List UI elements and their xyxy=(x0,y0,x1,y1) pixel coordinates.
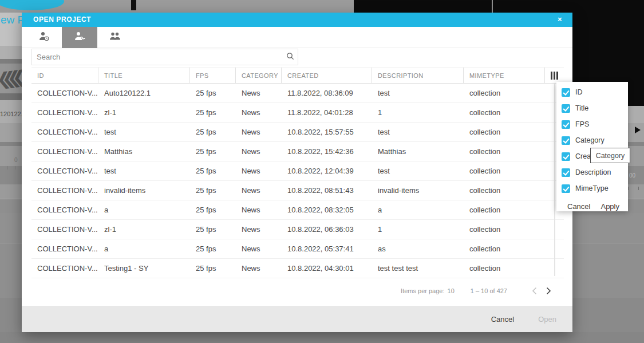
cell-description: test test test xyxy=(372,259,464,278)
column-chooser-items: IDTitleFPSCategoryCreatedDescriptionMime… xyxy=(556,84,628,196)
bg-ruler-tick xyxy=(7,166,8,169)
paginator-range: 1 – 10 of 427 xyxy=(471,287,507,294)
cell-id: COLLECTION-V... xyxy=(31,142,98,161)
column-menu-item-id[interactable]: ID xyxy=(556,84,628,100)
bg-bottom-strip xyxy=(0,332,644,343)
table-row[interactable]: COLLECTION-V...zl-125 fpsNews10.8.2022, … xyxy=(31,220,564,239)
cell-fps: 25 fps xyxy=(190,181,236,200)
bg-timecode: 00 xyxy=(629,172,635,179)
cell-created: 11.8.2022, 08:36:09 xyxy=(282,84,372,102)
cell-mimetype: collection xyxy=(464,142,545,161)
column-header-fps[interactable]: FPS xyxy=(190,68,236,83)
cell-category: News xyxy=(236,161,282,180)
close-icon[interactable]: × xyxy=(554,13,566,27)
bg-program-monitor xyxy=(354,0,644,13)
cell-category: News xyxy=(236,123,282,141)
people-icon xyxy=(109,31,121,44)
cell-mimetype: collection xyxy=(464,200,545,219)
table-row[interactable]: COLLECTION-V...test25 fpsNews10.8.2022, … xyxy=(31,161,564,181)
cell-fps: 25 fps xyxy=(190,161,236,180)
cell-id: COLLECTION-V... xyxy=(31,220,98,239)
column-header-created[interactable]: CREATED xyxy=(282,68,372,83)
cell-mimetype: collection xyxy=(464,84,545,102)
cell-mimetype: collection xyxy=(464,220,545,239)
checkbox-checked-icon[interactable] xyxy=(562,104,570,113)
checkbox-checked-icon[interactable] xyxy=(562,152,570,161)
column-menu-item-label: Description xyxy=(575,168,611,176)
column-menu-item-label: Title xyxy=(575,104,588,112)
checkbox-checked-icon[interactable] xyxy=(562,168,570,177)
picker-bar xyxy=(554,72,555,80)
previous-page-icon[interactable] xyxy=(528,284,542,298)
cell-created: 10.8.2022, 12:04:39 xyxy=(282,161,372,180)
column-header-category[interactable]: CATEGORY xyxy=(236,68,282,83)
column-menu-cancel-button[interactable]: Cancel xyxy=(567,202,590,211)
dialog-title: OPEN PROJECT xyxy=(33,15,91,23)
column-menu-item-label: MimeType xyxy=(575,184,609,192)
cancel-button[interactable]: Cancel xyxy=(491,315,514,324)
person-clock-icon xyxy=(38,31,50,44)
column-menu-item-title[interactable]: Title xyxy=(556,100,628,116)
cell-title: test xyxy=(98,161,190,180)
cell-title: zl-1 xyxy=(98,103,190,122)
column-menu-apply-button[interactable]: Apply xyxy=(600,202,619,211)
cell-mimetype: collection xyxy=(464,103,545,122)
cell-description: a xyxy=(372,200,464,219)
table-row[interactable]: COLLECTION-V...Matthias25 fpsNews10.8.20… xyxy=(31,142,564,161)
cell-title: a xyxy=(98,239,190,258)
column-menu-item-mimetype[interactable]: MimeType xyxy=(556,180,628,196)
column-header-title[interactable]: TITLE xyxy=(98,68,190,83)
cell-fps: 25 fps xyxy=(190,103,236,122)
table-row[interactable]: COLLECTION-V...a25 fpsNews10.8.2022, 05:… xyxy=(31,239,564,259)
cell-category: News xyxy=(236,239,282,258)
table-scrollbar[interactable] xyxy=(554,84,555,276)
column-menu-item-category[interactable]: Category xyxy=(556,132,628,148)
column-header-id[interactable]: ID xyxy=(31,68,98,83)
column-header-description[interactable]: DESCRIPTION xyxy=(372,68,464,83)
table-row[interactable]: COLLECTION-V...Testing1 - SY25 fpsNews10… xyxy=(31,259,564,278)
column-header-mimetype[interactable]: MIMETYPE xyxy=(464,68,545,83)
checkbox-checked-icon[interactable] xyxy=(562,136,570,145)
cell-fps: 25 fps xyxy=(190,123,236,141)
checkbox-checked-icon[interactable] xyxy=(562,88,570,97)
search-input[interactable] xyxy=(32,53,283,61)
column-picker-icon[interactable] xyxy=(545,68,564,83)
bg-marker xyxy=(131,0,136,10)
table-row[interactable]: COLLECTION-V...test25 fpsNews10.8.2022, … xyxy=(31,123,564,142)
tab-shared-projects[interactable] xyxy=(97,27,133,48)
table-row[interactable]: COLLECTION-V...zl-125 fpsNews11.8.2022, … xyxy=(31,103,564,123)
cell-description: Matthias xyxy=(372,142,464,161)
checkbox-checked-icon[interactable] xyxy=(562,120,570,129)
cell-created: 10.8.2022, 15:57:55 xyxy=(282,123,372,141)
table-row[interactable]: COLLECTION-V...invalid-items25 fpsNews10… xyxy=(31,181,564,200)
checkbox-checked-icon[interactable] xyxy=(562,184,570,193)
cell-description: as xyxy=(372,239,464,258)
table-row[interactable]: COLLECTION-V...a25 fpsNews10.8.2022, 08:… xyxy=(31,200,564,220)
bg-monitor-divider xyxy=(492,0,493,13)
cell-created: 10.8.2022, 15:42:36 xyxy=(282,142,372,161)
cell-title: invalid-items xyxy=(98,181,190,200)
cell-fps: 25 fps xyxy=(190,220,236,239)
cell-title: a xyxy=(98,200,190,219)
cell-category: News xyxy=(236,142,282,161)
column-menu-item-label: ID xyxy=(575,88,583,96)
column-menu-item-description[interactable]: Description xyxy=(556,164,628,180)
column-chooser-buttons: Cancel Apply xyxy=(556,198,628,215)
next-page-icon[interactable] xyxy=(542,284,555,298)
items-per-page-select[interactable]: 10 xyxy=(448,287,455,294)
cell-id: COLLECTION-V... xyxy=(31,123,98,141)
cell-title: test xyxy=(98,123,190,141)
table-row[interactable]: COLLECTION-V...Auto120122.125 fpsNews11.… xyxy=(31,84,564,103)
cell-description: test xyxy=(372,84,464,102)
open-button[interactable]: Open xyxy=(538,315,556,324)
tab-recent-projects[interactable] xyxy=(26,27,62,48)
search-box xyxy=(31,49,298,65)
picker-bar xyxy=(551,72,552,80)
tab-my-projects[interactable] xyxy=(62,27,97,48)
column-menu-item-label: Category xyxy=(575,136,605,144)
column-menu-item-fps[interactable]: FPS xyxy=(556,116,628,132)
table-body: COLLECTION-V...Auto120122.125 fpsNews11.… xyxy=(31,84,564,278)
table-header-cells: IDTITLEFPSCATEGORYCREATEDDESCRIPTIONMIME… xyxy=(31,68,545,83)
cell-description: invalid-items xyxy=(372,181,464,200)
cell-mimetype: collection xyxy=(464,123,545,141)
